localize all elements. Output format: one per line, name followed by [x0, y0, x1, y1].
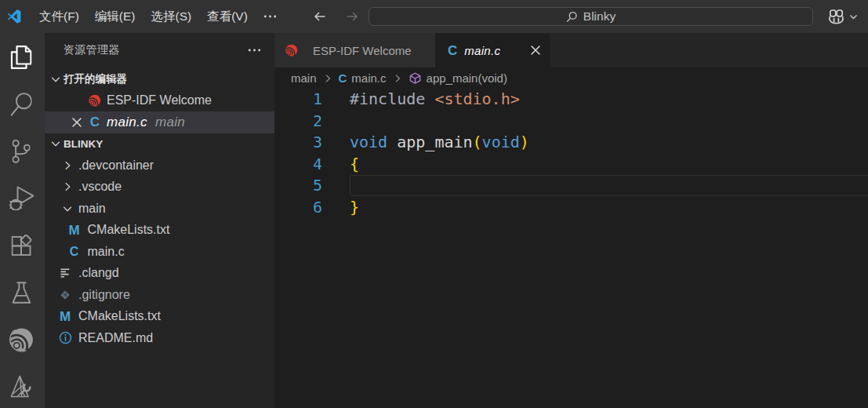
- section-label: 打开的编辑器: [64, 72, 127, 86]
- command-center-text: Blinky: [583, 9, 616, 24]
- file-icon-c: C: [88, 115, 102, 129]
- file-main.c[interactable]: Cmain.c: [45, 241, 274, 263]
- views-more-actions-button[interactable]: [245, 41, 263, 60]
- code-text: void app_main(void): [350, 132, 529, 154]
- tab-label: main.c: [464, 44, 500, 57]
- chevron-down-icon: [49, 73, 62, 86]
- code-line-2[interactable]: 2: [274, 111, 868, 133]
- file-icon-info: [58, 331, 72, 344]
- tab-bar: ESP-IDF WelcomeCmain.c: [274, 33, 868, 67]
- vscode-window: 文件(F)编辑(E)选择(S)查看(V) Blinky 资源管理器 打开的编辑器…: [0, 0, 868, 408]
- code-line-4[interactable]: 4{: [274, 154, 868, 176]
- go-back-button[interactable]: [310, 6, 330, 27]
- file-name: CMakeLists.txt: [78, 309, 161, 323]
- breadcrumb-app_main(void)[interactable]: app_main(void): [409, 71, 507, 85]
- line-number: 2: [274, 111, 322, 133]
- file-icon-cmake: M: [58, 310, 72, 323]
- file-icon-cmake: M: [67, 224, 82, 237]
- breadcrumb-separator-icon: [322, 73, 333, 84]
- line-number: 6: [274, 197, 322, 219]
- menu-file[interactable]: 文件(F): [31, 5, 87, 27]
- sidebar-explorer: 资源管理器 打开的编辑器ESP-IDF WelcomeCmain.cmainBL…: [45, 33, 274, 408]
- menu-more-button[interactable]: [256, 5, 285, 27]
- line-number: 4: [274, 154, 322, 176]
- file-.clangd[interactable]: .clangd: [45, 263, 274, 285]
- open-editor-main.c[interactable]: Cmain.cmain: [45, 111, 274, 133]
- activity-bar-testing[interactable]: [0, 269, 45, 316]
- copilot-icon: [827, 9, 845, 25]
- folder-main[interactable]: main: [45, 198, 274, 220]
- activity-bar-source-control[interactable]: [0, 128, 45, 175]
- breadcrumb-main[interactable]: main: [291, 71, 317, 85]
- file-name: main.c: [88, 245, 125, 259]
- chevron-right-icon: [61, 180, 74, 193]
- file-icon-clangd: [58, 267, 72, 280]
- line-number: 1: [274, 89, 322, 111]
- menubar: 文件(F)编辑(E)选择(S)查看(V): [31, 0, 285, 33]
- file-description: main: [155, 115, 185, 130]
- open-editor-ESP-IDF Welcome[interactable]: ESP-IDF Welcome: [45, 90, 274, 112]
- code-text: }: [350, 197, 359, 219]
- close-icon[interactable]: [71, 116, 83, 129]
- activity-bar-search[interactable]: [0, 81, 45, 128]
- chevron-right-icon: [61, 159, 74, 172]
- file-name: .clangd: [78, 266, 119, 280]
- folder-.devcontainer[interactable]: .devcontainer: [45, 155, 274, 177]
- code-line-1[interactable]: 1#include <stdio.h>: [274, 89, 868, 111]
- explorer-tree: 打开的编辑器ESP-IDF WelcomeCmain.cmainBLINKY.d…: [45, 68, 274, 408]
- menu-selection[interactable]: 选择(S): [143, 5, 199, 27]
- folder-name: .vscode: [78, 180, 122, 194]
- file-CMakeLists.txt[interactable]: MCMakeLists.txt: [45, 220, 274, 242]
- activity-bar-esp-idf-tools[interactable]: [0, 363, 45, 408]
- history-nav: [310, 0, 362, 33]
- chevron-down-icon: [61, 202, 74, 215]
- file-icon-c: C: [67, 246, 82, 258]
- editor-item-label: ESP-IDF Welcome: [107, 93, 212, 107]
- tab-main.c[interactable]: Cmain.c: [435, 33, 550, 67]
- folder-name: .devcontainer: [78, 158, 154, 173]
- editor-item-label: main.c: [107, 115, 147, 130]
- line-number: 5: [274, 175, 322, 197]
- go-forward-button[interactable]: [342, 6, 362, 27]
- code-line-6[interactable]: 6}: [274, 197, 868, 219]
- chevron-down-icon: [49, 137, 62, 150]
- file-README.md[interactable]: README.md: [45, 327, 274, 349]
- file-icon-c: C: [448, 44, 457, 57]
- editor-group: ESP-IDF WelcomeCmain.c mainCmain.capp_ma…: [274, 33, 868, 408]
- tab-ESP-IDF Welcome[interactable]: ESP-IDF Welcome: [274, 33, 435, 67]
- file-name: CMakeLists.txt: [88, 223, 170, 237]
- copilot-menu[interactable]: [827, 0, 859, 33]
- tab-label: ESP-IDF Welcome: [313, 44, 412, 57]
- menu-view[interactable]: 查看(V): [199, 5, 256, 27]
- close-icon[interactable]: [527, 42, 544, 59]
- command-center-search[interactable]: Blinky: [369, 7, 813, 26]
- vscode-logo-icon[interactable]: [7, 9, 21, 24]
- current-line-highlight: [350, 175, 868, 196]
- sidebar-title: 资源管理器: [64, 43, 120, 57]
- activity-bar-explorer[interactable]: [0, 34, 45, 81]
- activity-bar-extensions[interactable]: [0, 222, 45, 269]
- breadcrumb-label: main: [291, 71, 317, 85]
- file-icon-espressif: [88, 94, 102, 107]
- menu-edit[interactable]: 编辑(E): [87, 5, 143, 27]
- activity-bar-run-debug[interactable]: [0, 175, 45, 222]
- breadcrumb-main.c[interactable]: Cmain.c: [339, 71, 387, 85]
- file-.gitignore[interactable]: .gitignore: [45, 284, 274, 306]
- activity-bar-esp-idf[interactable]: [0, 316, 45, 363]
- section-header-打开的编辑器[interactable]: 打开的编辑器: [45, 68, 274, 90]
- section-header-BLINKY[interactable]: BLINKY: [45, 133, 274, 155]
- file-icon-espressif: [285, 44, 298, 56]
- folder-.vscode[interactable]: .vscode: [45, 177, 274, 199]
- titlebar: 文件(F)编辑(E)选择(S)查看(V) Blinky: [0, 0, 868, 33]
- code-text: #include <stdio.h>: [350, 89, 520, 111]
- activity-bar: [0, 33, 45, 408]
- sidebar-header: 资源管理器: [45, 33, 274, 67]
- code-line-3[interactable]: 3void app_main(void): [274, 132, 868, 154]
- file-icon-git: [58, 289, 72, 301]
- section-label: BLINKY: [64, 138, 103, 150]
- breadcrumbs: mainCmain.capp_main(void): [274, 67, 868, 89]
- code-editor[interactable]: 1#include <stdio.h>23void app_main(void)…: [274, 89, 868, 408]
- code-text: {: [350, 154, 359, 176]
- file-CMakeLists.txt[interactable]: MCMakeLists.txt: [45, 306, 274, 328]
- file-name: .gitignore: [78, 288, 130, 302]
